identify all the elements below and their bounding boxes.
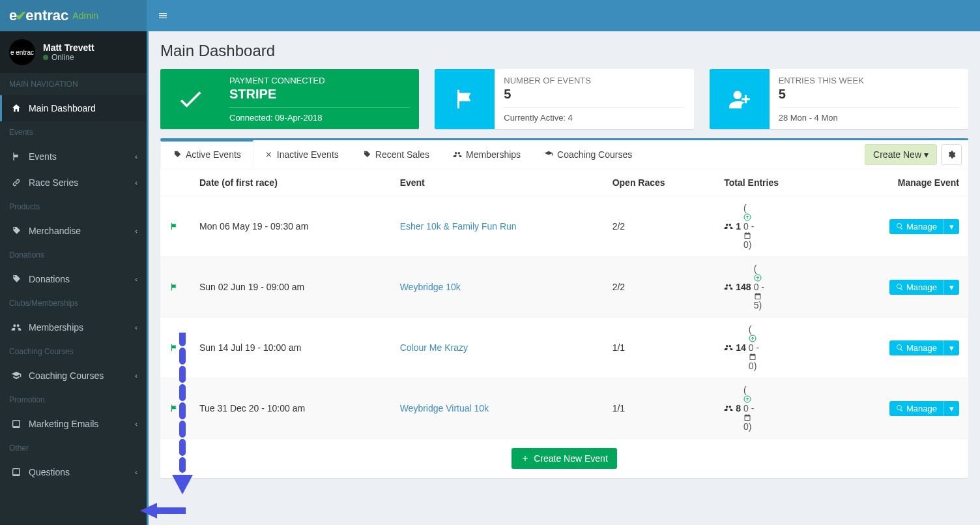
search-icon (896, 283, 904, 291)
tab-coaching[interactable]: Coaching Courses (532, 140, 644, 168)
chevron-left-icon: ‹ (135, 420, 137, 428)
manage-button[interactable]: Manage (889, 401, 944, 416)
sidebar-item-coaching[interactable]: Coaching Courses ‹ (0, 363, 147, 389)
sidebar-item-label: Questions (29, 467, 70, 477)
users-icon (9, 322, 23, 333)
manage-dropdown-button[interactable]: ▾ (944, 340, 959, 355)
nav-section-other: Other (0, 437, 147, 459)
logo-brand-entrac: entrac (25, 7, 68, 24)
tab-recent-sales[interactable]: Recent Sales (351, 140, 441, 168)
table-row: Sun 02 Jun 19 - 09:00 amWeybridge 10k2/2… (160, 257, 968, 318)
cell-entries: 148 ( 0 - 5) (724, 263, 764, 310)
flag-icon (169, 282, 181, 292)
calendar-icon (743, 232, 754, 239)
manage-dropdown-button[interactable]: ▾ (944, 280, 959, 295)
event-link[interactable]: Weybridge Virtual 10k (400, 403, 489, 413)
tab-inactive-events[interactable]: Inactive Events (253, 140, 351, 168)
cell-entries: 8 ( 0 - 0) (724, 385, 754, 432)
card-entries-label: ENTRIES THIS WEEK (779, 76, 959, 85)
sidebar-item-memberships[interactable]: Memberships ‹ (0, 314, 147, 340)
caret-down-icon: ▾ (949, 222, 954, 232)
event-link[interactable]: Weybridge 10k (400, 282, 461, 292)
users-icon (724, 222, 733, 231)
flag-icon (435, 69, 495, 129)
caret-down-icon: ▾ (924, 149, 929, 160)
upload-icon (749, 335, 759, 342)
close-icon (265, 151, 273, 158)
calendar-icon (743, 413, 754, 421)
event-link[interactable]: Esher 10k & Family Fun Run (400, 221, 517, 232)
manage-button[interactable]: Manage (889, 280, 944, 295)
card-entries-value: 5 (779, 87, 959, 102)
graduation-cap-icon (544, 150, 553, 159)
sidebar-item-label: Main Dashboard (29, 103, 96, 113)
manage-dropdown-button[interactable]: ▾ (944, 219, 959, 234)
sidebar-item-dashboard[interactable]: Main Dashboard (0, 95, 147, 121)
card-payment-value: STRIPE (229, 87, 410, 102)
manage-button[interactable]: Manage (889, 219, 944, 234)
cards-row: PAYMENT CONNECTED STRIPE Connected: 09-A… (160, 69, 968, 129)
online-dot-icon (43, 55, 48, 60)
tag-icon (9, 226, 23, 236)
caret-down-icon: ▾ (949, 282, 954, 292)
manage-button[interactable]: Manage (889, 340, 944, 355)
home-icon (9, 103, 23, 113)
search-icon (896, 404, 904, 412)
table-row: Sun 14 Jul 19 - 10:00 amColour Me Krazy1… (160, 318, 968, 378)
svg-marker-7 (140, 503, 157, 518)
settings-button[interactable] (941, 144, 962, 165)
tab-memberships[interactable]: Memberships (441, 140, 532, 168)
upload-icon (743, 395, 754, 403)
page-title: Main Dashboard (160, 42, 968, 60)
sidebar-item-donations[interactable]: Donations ‹ (0, 266, 147, 292)
cell-open: 1/1 (603, 318, 715, 378)
users-icon (724, 343, 733, 352)
cell-date: Tue 31 Dec 20 - 10:00 am (190, 378, 391, 439)
create-new-button[interactable]: Create New ▾ (865, 144, 937, 165)
cell-date: Sun 02 Jun 19 - 09:00 am (190, 257, 391, 318)
tab-header: Active Events Inactive Events Recent Sal… (160, 140, 968, 170)
cell-date: Mon 06 May 19 - 09:30 am (190, 196, 391, 257)
table-row: Mon 06 May 19 - 09:30 amEsher 10k & Fami… (160, 196, 968, 257)
graduation-cap-icon (9, 370, 23, 381)
link-icon (9, 177, 23, 188)
cell-entries: 1 ( 0 - 0) (724, 203, 754, 250)
cell-open: 2/2 (603, 196, 715, 257)
svg-marker-5 (172, 475, 193, 494)
search-icon (896, 222, 904, 230)
user-plus-icon (710, 69, 770, 129)
caret-down-icon: ▾ (949, 404, 954, 413)
avatar[interactable]: e entrac (9, 39, 35, 65)
card-entries: ENTRIES THIS WEEK 5 28 Mon - 4 Mon (710, 69, 968, 129)
book-icon (9, 467, 23, 477)
sidebar-item-race-series[interactable]: Race Series ‹ (0, 170, 147, 196)
nav-section-clubs: Clubs/Memberships (0, 292, 147, 314)
cell-open: 1/1 (603, 378, 715, 439)
content-wrap: Main Dashboard PAYMENT CONNECTED STRIPE … (147, 0, 980, 525)
chevron-left-icon: ‹ (135, 323, 137, 331)
menu-toggle-button[interactable] (158, 10, 168, 21)
manage-dropdown-button[interactable]: ▾ (944, 401, 959, 416)
cell-entries: 14 ( 0 - 0) (724, 324, 759, 371)
tab-active-events[interactable]: Active Events (160, 140, 253, 168)
th-date: Date (of first race) (190, 170, 391, 196)
user-status: Online (43, 53, 94, 62)
user-name: Matt Trevett (43, 42, 94, 53)
sidebar-item-events[interactable]: Events ‹ (0, 143, 147, 170)
card-events-label: NUMBER OF EVENTS (504, 76, 684, 85)
sidebar-item-label: Donations (29, 274, 70, 284)
sidebar-item-merchandise[interactable]: Merchandise ‹ (0, 218, 147, 244)
search-icon (896, 344, 904, 352)
create-new-event-button[interactable]: Create New Event (512, 448, 617, 469)
tags-icon (173, 150, 182, 159)
annotation-arrow-down (169, 333, 195, 496)
logo[interactable]: e✔entrac Admin (0, 0, 147, 31)
event-link[interactable]: Colour Me Krazy (400, 342, 468, 353)
sidebar-item-marketing[interactable]: Marketing Emails ‹ (0, 411, 147, 437)
nav-section-main: MAIN NAVIGATION (0, 73, 147, 95)
users-icon (724, 282, 733, 292)
card-events-value: 5 (504, 87, 684, 102)
sidebar-item-questions[interactable]: Questions ‹ (0, 459, 147, 485)
gear-icon (947, 150, 956, 159)
users-icon (724, 404, 733, 413)
